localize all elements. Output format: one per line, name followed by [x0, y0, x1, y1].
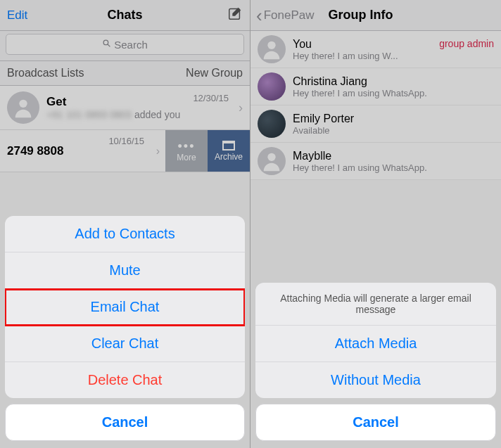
action-sheet-options: Attaching Media will generate a larger e… — [255, 283, 496, 398]
add-to-contacts-option[interactable]: Add to Contacts — [5, 216, 245, 252]
cancel-button[interactable]: Cancel — [5, 404, 245, 441]
without-media-option[interactable]: Without Media — [255, 362, 496, 398]
delete-chat-option[interactable]: Delete Chat — [5, 362, 245, 398]
chat-action-sheet: Add to Contacts Mute Email Chat Clear Ch… — [5, 216, 245, 441]
media-action-sheet: Attaching Media will generate a larger e… — [255, 283, 496, 441]
screenshot-left: Edit Chats Search Broadcast Lists New Gr… — [0, 0, 250, 448]
mute-option[interactable]: Mute — [5, 252, 245, 289]
clear-chat-option[interactable]: Clear Chat — [5, 326, 245, 362]
action-sheet-overlay: Attaching Media will generate a larger e… — [250, 0, 501, 448]
action-sheet-options: Add to Contacts Mute Email Chat Clear Ch… — [5, 216, 245, 398]
action-sheet-overlay: Add to Contacts Mute Email Chat Clear Ch… — [0, 0, 250, 448]
cancel-button[interactable]: Cancel — [255, 404, 496, 441]
sheet-title: Attaching Media will generate a larger e… — [255, 283, 496, 326]
email-chat-option[interactable]: Email Chat — [5, 289, 245, 326]
screenshot-right: ‹ FonePaw Group Info You Hey there! I am… — [250, 0, 501, 448]
attach-media-option[interactable]: Attach Media — [255, 326, 496, 362]
